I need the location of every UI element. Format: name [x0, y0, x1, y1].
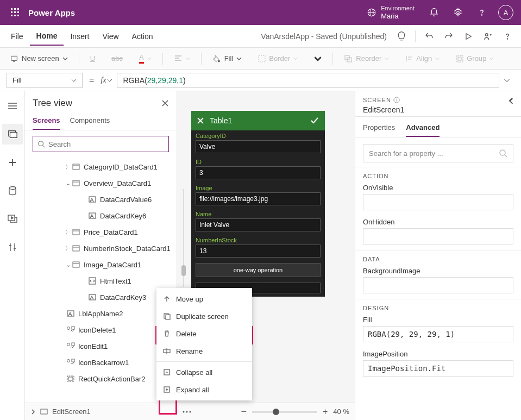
svg-point-25: [39, 141, 43, 146]
field-input[interactable]: 3: [196, 166, 321, 179]
prop-imgpos-input[interactable]: ImagePosition.Fit: [363, 360, 513, 377]
formula-input[interactable]: RGBA(29, 29, 29, 1): [117, 73, 499, 88]
notifications-icon[interactable]: [423, 2, 445, 23]
prop-onvisible-input[interactable]: [363, 194, 513, 210]
check-icon[interactable]: [310, 116, 319, 126]
menu-home[interactable]: Home: [30, 27, 64, 46]
zoom-slider[interactable]: [252, 411, 317, 413]
tree-item[interactable]: 〉Price_DataCard1: [25, 224, 177, 240]
zoom-in-icon[interactable]: +: [323, 407, 328, 417]
fill-button[interactable]: Fill: [207, 52, 248, 65]
tree-item[interactable]: ⌄Image_DataCard1: [25, 256, 177, 273]
field-input[interactable]: file://images/image3.jpg: [196, 192, 321, 205]
property-search[interactable]: Search for a property ...: [363, 144, 513, 162]
reorder-button[interactable]: Reorder: [338, 52, 394, 65]
data-icon[interactable]: [2, 180, 23, 201]
tree-item[interactable]: DataCardKey3: [25, 289, 177, 305]
svg-point-23: [9, 187, 16, 190]
share-icon[interactable]: [479, 27, 497, 46]
tree-item-label: NumberInStock_DataCard1: [84, 245, 171, 253]
formula-expand-icon[interactable]: [504, 77, 514, 84]
border-button[interactable]: Border: [253, 52, 303, 65]
align-text-button[interactable]: [168, 53, 196, 65]
menu-action[interactable]: Action: [125, 28, 160, 45]
new-screen-button[interactable]: New screen: [4, 52, 73, 65]
redo-icon[interactable]: [440, 27, 458, 46]
field-input[interactable]: Inlet Valve: [196, 218, 321, 231]
tree-item[interactable]: IconDelete1: [25, 322, 177, 338]
tree-item[interactable]: HtmlText1: [25, 273, 177, 289]
more-format-button[interactable]: [309, 53, 327, 65]
zoom-out-icon[interactable]: −: [241, 406, 247, 417]
tree-item[interactable]: RectQuickActionBar2: [25, 371, 177, 387]
ctx-move-up[interactable]: Move up: [156, 290, 252, 308]
field-input[interactable]: 13: [196, 245, 321, 258]
svg-point-45: [500, 150, 505, 155]
insert-icon[interactable]: [2, 152, 23, 173]
tree-search[interactable]: [33, 136, 169, 152]
svg-point-38: [67, 343, 70, 346]
prop-onhidden-input[interactable]: [363, 228, 513, 245]
strikethrough-button[interactable]: abc: [106, 52, 128, 65]
menu-file[interactable]: File: [4, 28, 30, 45]
app-title: Power Apps: [28, 8, 75, 17]
info-icon[interactable]: [393, 97, 400, 103]
waffle-icon[interactable]: [4, 2, 26, 23]
tab-properties[interactable]: Properties: [363, 121, 395, 137]
tree-item[interactable]: IconBackarrow1: [25, 354, 177, 371]
ctx-rename[interactable]: Rename: [156, 342, 252, 360]
close-icon[interactable]: [161, 99, 169, 107]
equals-sign: =: [87, 76, 96, 85]
ctx-expand[interactable]: Expand all: [156, 381, 252, 398]
close-icon[interactable]: [197, 117, 204, 124]
command-bar: File Home Insert View Action VanArsdelAp…: [0, 25, 521, 48]
settings-icon[interactable]: [447, 2, 469, 23]
hamburger-icon[interactable]: [2, 96, 23, 116]
svg-rect-46: [41, 409, 47, 414]
user-avatar[interactable]: A: [495, 2, 517, 23]
expand-panel-icon[interactable]: [508, 98, 514, 104]
undo-icon[interactable]: [420, 27, 438, 46]
oneway-button[interactable]: one-way operation: [196, 263, 321, 277]
canvas-screen[interactable]: Table1 CategoryIDValveID3Imagefile://ima…: [191, 111, 325, 297]
app-checker-icon[interactable]: [392, 27, 411, 46]
ctx-duplicate[interactable]: Duplicate screen: [156, 308, 252, 325]
tree-item[interactable]: IconEdit1: [25, 338, 177, 354]
help2-icon[interactable]: [498, 27, 517, 46]
prop-bgimage-input[interactable]: [363, 277, 513, 293]
more-icon[interactable]: [182, 410, 192, 413]
search-input[interactable]: [48, 140, 164, 148]
tree-item[interactable]: DataCardKey6: [25, 208, 177, 224]
canvas-scrollbar[interactable]: [181, 189, 186, 287]
underline-button[interactable]: U: [85, 52, 101, 65]
svg-rect-6: [11, 15, 12, 16]
tab-advanced[interactable]: Advanced: [406, 121, 440, 137]
tree-item[interactable]: 〉CategoryID_DataCard1: [25, 159, 177, 175]
media-icon[interactable]: [2, 209, 23, 229]
help-icon[interactable]: [471, 2, 493, 23]
svg-point-13: [486, 33, 488, 36]
ctx-delete[interactable]: Delete: [156, 325, 252, 342]
group-button[interactable]: Group: [450, 52, 499, 65]
tree-item[interactable]: DataCardValue6: [25, 191, 177, 208]
ctx-collapse[interactable]: Collapse all: [156, 363, 252, 381]
tree-item[interactable]: LblAppName2: [25, 305, 177, 322]
chevron-right-icon[interactable]: [30, 409, 36, 415]
tree-item[interactable]: 〉NumberInStock_DataCard1: [25, 240, 177, 256]
menu-view[interactable]: View: [96, 28, 125, 45]
field-input[interactable]: Valve: [196, 140, 321, 153]
tree-view-icon[interactable]: [2, 124, 23, 145]
advanced-tools-icon[interactable]: [2, 237, 23, 258]
prop-fill-input[interactable]: RGBA(29, 29, 29, 1): [363, 326, 513, 342]
tab-components[interactable]: Components: [70, 113, 110, 130]
font-color-button[interactable]: A: [134, 51, 157, 66]
align-button[interactable]: Align: [400, 52, 445, 65]
tree-item[interactable]: ⌄Overview_DataCard1: [25, 175, 177, 191]
menu-insert[interactable]: Insert: [64, 28, 96, 45]
fx-icon[interactable]: fx: [101, 76, 112, 85]
tab-screens[interactable]: Screens: [33, 113, 60, 130]
property-selector[interactable]: Fill: [7, 73, 83, 88]
tree-item-icon: [72, 228, 80, 236]
selected-element[interactable]: EditScreen1: [52, 408, 91, 416]
play-icon[interactable]: [459, 27, 478, 46]
